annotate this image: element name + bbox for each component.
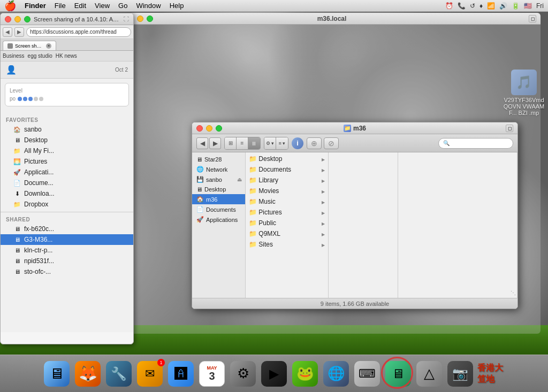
finder-collapse[interactable]: ◻ — [506, 125, 513, 132]
dock-chinese[interactable]: 香港大笪地 — [477, 360, 505, 388]
finder-search-bar[interactable]: 🔍 — [438, 138, 513, 149]
fx-icon — [13, 225, 21, 233]
applications-folder-icon: 🚀 — [196, 216, 204, 223]
sidebar-desktop[interactable]: Desktop — [1, 135, 133, 145]
bookmark-hknews[interactable]: HK news — [56, 53, 77, 59]
menu-help[interactable]: Help — [165, 2, 188, 10]
dock-app1[interactable]: 🔧 — [105, 360, 133, 388]
col-movies[interactable]: 📁 Movies — [246, 186, 328, 196]
dock-launchpad-icon: △ — [416, 361, 442, 387]
finder-info-btn[interactable]: i — [292, 137, 303, 149]
dock-launchpad[interactable]: △ — [415, 360, 443, 388]
dock-calendar[interactable]: MAY 3 — [198, 360, 226, 388]
menu-view[interactable]: View — [90, 2, 114, 10]
dot-1 — [18, 97, 22, 101]
finder-main-collapse[interactable]: ◻ — [529, 15, 536, 22]
col-sites[interactable]: 📁 Sites — [246, 239, 328, 250]
kln-label: kln-ctr-p... — [24, 247, 52, 254]
col-desktop[interactable]: 📁 Desktop — [246, 153, 328, 164]
f-sidebar-sanbo[interactable]: 💾 sanbo ⏏ — [192, 174, 245, 185]
finder-add-btn[interactable]: ⊕ — [307, 137, 322, 149]
allmyfiles-icon — [13, 147, 21, 155]
sidebar-documents[interactable]: Docume... — [1, 178, 133, 188]
finder-main-minimize[interactable] — [137, 16, 143, 22]
browser-fullscreen[interactable]: ⛶ — [124, 16, 129, 22]
m36-icon: 🏠 — [196, 196, 204, 203]
finder-forward[interactable]: ▶ — [209, 137, 221, 149]
dock-globe[interactable]: 🌐 — [322, 360, 350, 388]
menu-edit[interactable]: Edit — [70, 2, 90, 10]
sidebar-fx[interactable]: fx-b620c... — [1, 224, 133, 234]
col-documents[interactable]: 📁 Documents — [246, 164, 328, 175]
col-q9mxl[interactable]: 📁 Q9MXL — [246, 228, 328, 239]
desktop-icon-sidebar — [13, 136, 21, 144]
bookmark-egg[interactable]: egg studio — [28, 53, 52, 59]
browser-url[interactable]: https://discussions.apple.com/thread — [26, 27, 131, 37]
sidebar-pictures[interactable]: Pictures — [1, 156, 133, 167]
f-sidebar-applications[interactable]: 🚀 Applications — [192, 214, 245, 225]
finder-view-column[interactable]: ⫼ — [248, 137, 260, 149]
f-sidebar-documents[interactable]: 📄 Documents — [192, 204, 245, 214]
sidebar-sto[interactable]: sto-ofc-... — [1, 266, 133, 277]
browser-minimize[interactable] — [14, 16, 21, 22]
dock-frog[interactable]: 🐸 — [291, 360, 319, 388]
sidebar-kln[interactable]: kln-ctr-p... — [1, 245, 133, 256]
dock-firefox[interactable]: 🦊 — [74, 360, 102, 388]
col-public[interactable]: 📁 Public — [246, 218, 328, 228]
menu-battery-icon: 🔋 — [512, 2, 520, 10]
menu-go[interactable]: Go — [114, 2, 132, 10]
tab-label-1: Screen sharing... — [15, 43, 44, 49]
f-sidebar-m36[interactable]: 🏠 m36 — [192, 194, 245, 204]
tab-close-1[interactable]: × — [46, 43, 51, 49]
notif-header: Level — [10, 88, 124, 94]
dock-camera[interactable]: 📷 — [446, 360, 474, 388]
menu-window[interactable]: Window — [132, 2, 165, 10]
library-arrow — [322, 176, 325, 184]
dock-settings[interactable]: ⚙ — [229, 360, 257, 388]
dock-finder[interactable]: 🖥 — [43, 360, 71, 388]
finder-maximize[interactable] — [216, 125, 222, 132]
dock-mail[interactable]: ✉ 1 — [136, 360, 164, 388]
f-sidebar-desktop-folder[interactable]: 🖥 Desktop — [192, 185, 245, 194]
f-sidebar-star28[interactable]: 🖥 Star28 — [192, 155, 245, 164]
dock-monitor[interactable]: 🖥 — [384, 360, 412, 388]
browser-forward[interactable]: ▶ — [14, 27, 24, 37]
dock-quicktime[interactable]: ▶ — [260, 360, 288, 388]
browser-maximize[interactable] — [24, 16, 31, 22]
sidebar-allmyfiles[interactable]: All My Fi... — [1, 145, 133, 156]
sidebar-dropbox[interactable]: Dropbox — [1, 199, 133, 210]
browser-close[interactable] — [5, 16, 11, 22]
sidebar-npid[interactable]: npid531f... — [1, 256, 133, 266]
sidebar-downloads[interactable]: Downloa... — [1, 188, 133, 199]
apple-menu[interactable]: 🍎 — [0, 0, 20, 12]
finder-view-list[interactable]: ≡ — [237, 137, 248, 149]
menu-clock: Fri — [536, 2, 544, 10]
bookmark-business[interactable]: Business — [3, 53, 25, 59]
sidebar-applications[interactable]: Applicati... — [1, 167, 133, 178]
sidebar-divider — [1, 212, 133, 212]
finder-cancel-btn[interactable]: ⊘ — [324, 137, 339, 149]
browser-tab-1[interactable]: Screen sharing... × — [3, 41, 56, 50]
dock-appstore[interactable]: 🅰 — [167, 360, 195, 388]
finder-resize-handle[interactable]: ⋱ — [509, 288, 517, 297]
finder-back[interactable]: ◀ — [196, 137, 208, 149]
finder-view-icon[interactable]: ⊞ — [225, 137, 237, 149]
sanbo-eject[interactable]: ⏏ — [237, 176, 242, 182]
finder-action-gear[interactable]: ⚙ ▾ — [264, 137, 276, 149]
finder-main-maximize[interactable] — [147, 16, 153, 22]
finder-toolbar: ◀ ▶ ⊞ ≡ ⫼ ⚙ ▾ ≡ ▾ i ⊕ ⊘ 🔍 — [192, 134, 517, 152]
col-music[interactable]: 📁 Music — [246, 196, 328, 207]
menu-finder[interactable]: Finder — [20, 2, 50, 10]
finder-minimize[interactable] — [206, 125, 212, 132]
menu-file[interactable]: File — [50, 2, 70, 10]
sidebar-g3m36[interactable]: G3-M36... — [1, 234, 133, 245]
sidebar-sanbo[interactable]: sanbo — [1, 124, 133, 135]
finder-action-sort[interactable]: ≡ ▾ — [276, 137, 288, 149]
dock-finder-icon: 🖥 — [44, 361, 70, 387]
col-library[interactable]: 📁 Library — [246, 175, 328, 186]
col-pictures[interactable]: 📁 Pictures — [246, 207, 328, 218]
finder-close[interactable] — [196, 125, 203, 132]
browser-back[interactable]: ◀ — [3, 27, 12, 37]
f-sidebar-network[interactable]: 🌐 Network — [192, 164, 245, 174]
dock-keyboard[interactable]: ⌨ — [353, 360, 381, 388]
